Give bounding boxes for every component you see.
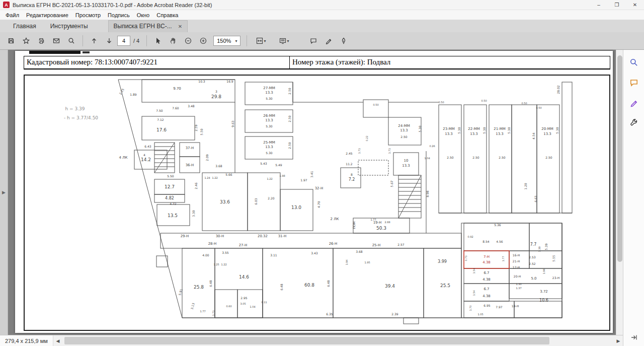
hand-icon [169,37,177,45]
cadastral-number-cell: Кадастровый номер: 78:13:0007407:9221 [24,56,289,68]
plan-label: 1.37 [516,287,521,290]
plan-label: 50.3 [376,226,386,231]
plan-label: 25.8 [194,285,204,290]
plan-label: 12.7 [165,185,175,189]
favorites-button[interactable] [19,34,33,47]
toolbar-separator [146,35,147,46]
email-icon [52,37,60,45]
menu-help[interactable]: Справка [153,11,182,19]
plan-label: 10.3 [198,80,205,83]
highlight-button[interactable] [321,34,336,47]
tab-tools[interactable]: Инструменты [43,21,95,32]
plan-label: ПОМ [353,222,356,229]
title-bar: A Выписка ЕГРН ВС-2021-05-13-1033170-1-0… [0,0,644,10]
plan-label: 3.68 [356,250,362,253]
plan-label: 7-Н [484,255,490,259]
page-down-button[interactable] [102,34,116,47]
plan-label: 23-Н [552,276,559,280]
plan-label: 2 ЛК [331,218,339,221]
plan-label: 13.3 [402,164,410,168]
plan-label: 17.6 [156,128,167,132]
reading-mode-icon [279,37,287,45]
tab-close-icon[interactable]: ✕ [178,24,182,29]
plan-label: 4 ЛК [119,156,128,160]
email-button[interactable] [49,34,63,47]
plan-label: 13.3 [265,146,273,149]
comment-button[interactable] [306,34,320,47]
zoom-level-value: 150% [217,38,231,44]
tab-document[interactable]: Выписка ЕГРН ВС-... ✕ [108,20,188,32]
fit-width-dropdown[interactable]: ▾ [251,34,270,47]
save-button[interactable] [4,34,18,47]
plan-label: 5.30 [508,127,511,133]
plan-label: 5.30 [266,125,272,128]
maximize-button[interactable]: ❐ [608,0,626,10]
horizontal-scrollbar-thumb[interactable] [64,337,550,344]
plan-label: 3.39 [538,246,541,252]
plan-label: 5.50 [200,128,203,135]
plan-label: 2.45 [346,152,352,155]
plan-label: 1.25 [213,263,219,266]
menu-sign[interactable]: Подпись [104,11,133,19]
plan-label: 3 [215,90,217,93]
page-number-input[interactable] [117,36,130,46]
plan-label: 1.54 [473,268,475,273]
print-button[interactable] [34,34,48,47]
close-button[interactable]: ✕ [626,0,644,10]
nav-pane-strip: ▶ [0,50,8,335]
plan-label: 6.43 [144,145,151,148]
clipped-row-fragment [83,51,90,53]
plan-label: 3.68 [215,165,222,168]
plan-label: 8.98 [426,190,429,197]
select-tool-button[interactable] [151,34,165,47]
wrench-icon [629,118,638,127]
search-button[interactable] [64,34,78,47]
plan-label: 3.55 [222,251,228,254]
zoom-in-button[interactable] [196,34,210,47]
menu-file[interactable]: Файл [2,11,23,19]
scroll-left-arrow-icon[interactable]: ◀ [53,338,62,343]
nav-pane-toggle-arrow-icon[interactable]: ▶ [2,190,6,195]
vertical-scrollbar[interactable] [616,50,623,335]
plan-label: 4.56 [496,240,503,243]
tab-document-label: Выписка ЕГРН ВС-... [114,23,172,30]
search-tools-button[interactable] [627,56,640,69]
menu-view[interactable]: Просмотр [72,11,104,19]
zoom-out-button[interactable] [181,34,195,47]
scroll-right-arrow-icon[interactable]: ▶ [614,338,623,343]
comments-panel-button[interactable] [627,76,640,89]
menu-window[interactable]: Окно [133,11,153,19]
document-viewer: ▶ Кадастровый номер: 78:13:0007407:9221 … [0,50,623,335]
plan-label: 0.50 [481,100,487,102]
plan-label: 7.2 [349,178,355,182]
plan-label: 27-ММ [263,87,275,90]
minimize-button[interactable]: – [590,0,608,10]
tab-home[interactable]: Главная [6,21,43,32]
hand-tool-button[interactable] [166,34,180,47]
horizontal-scrollbar[interactable] [62,335,614,346]
plan-label: 2.20 [268,197,274,200]
zoom-level-dropdown[interactable]: 150% ▾ [213,36,240,46]
reading-mode-dropdown[interactable]: ▾ [274,34,293,47]
fill-sign-button[interactable] [337,34,351,47]
print-icon [37,37,45,45]
plan-label: 2.50 [400,135,407,139]
plan-label: 20.32 [258,235,268,238]
vertical-scrollbar-thumb[interactable] [617,55,622,262]
plan-label: 4.38 [482,278,491,282]
plan-label: 1.30 [516,283,521,286]
plan-label: 0.50 [438,101,444,104]
next-view-button[interactable] [627,331,640,344]
plan-label: 13.0 [291,205,301,210]
page-up-button[interactable] [87,34,101,47]
pdf-page: Кадастровый номер: 78:13:0007407:9221 Но… [15,51,613,333]
status-bar: 279,4 x 215,9 мм ◀ ▶ [0,335,623,346]
fill-sign-panel-button[interactable] [627,96,640,109]
plan-label: 14.6 [239,275,249,280]
app-body: ▶ Кадастровый номер: 78:13:0007407:9221 … [0,50,644,346]
plan-label: 0.50 [536,107,541,109]
more-tools-button[interactable] [627,116,640,129]
plan-label: 13.3 [445,132,453,136]
menu-edit[interactable]: Редактирование [23,11,72,19]
arrow-up-icon [90,37,98,45]
